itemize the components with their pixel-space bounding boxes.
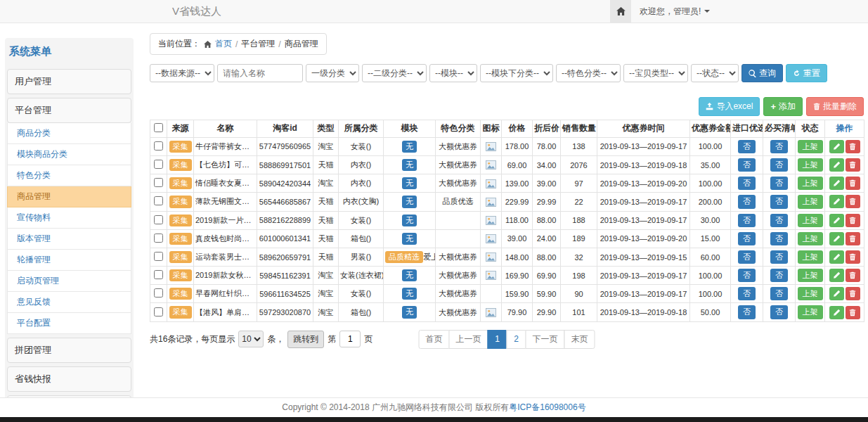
sidebar-item-module-product-category[interactable]: 模块商品分类 — [7, 144, 131, 165]
sidebar-item-saving-express[interactable]: 省钱快报 — [7, 366, 131, 392]
status-button[interactable]: 上架 — [798, 158, 823, 172]
row-checkbox[interactable] — [154, 215, 163, 224]
filter-item-type[interactable]: --宝贝类型-- — [623, 64, 688, 82]
page-button[interactable]: 2 — [507, 330, 526, 349]
page-button[interactable]: 上一页 — [449, 330, 488, 349]
edit-button[interactable] — [829, 269, 844, 282]
edit-button[interactable] — [829, 232, 844, 245]
breadcrumb-home-link[interactable]: 首页 — [215, 38, 232, 50]
row-checkbox[interactable] — [154, 196, 163, 205]
delete-button[interactable] — [846, 177, 860, 190]
page-button[interactable]: 下一页 — [526, 330, 565, 349]
import-select-toggle[interactable]: 否 — [738, 250, 756, 264]
sidebar-item-feedback[interactable]: 意见反馈 — [7, 292, 131, 313]
delete-button[interactable] — [846, 140, 860, 153]
filter-module[interactable]: --模块-- — [429, 64, 477, 82]
status-button[interactable]: 上架 — [798, 232, 823, 245]
import-select-toggle[interactable]: 否 — [738, 158, 756, 172]
home-button[interactable] — [610, 0, 631, 23]
import-select-toggle[interactable]: 否 — [738, 287, 756, 300]
sidebar-item-product-category[interactable]: 商品分类 — [7, 123, 131, 144]
delete-button[interactable] — [846, 214, 860, 227]
sidebar-item-carousel-management[interactable]: 轮播管理 — [7, 250, 131, 271]
must-buy-toggle[interactable]: 否 — [770, 140, 788, 153]
sidebar-item-splash-page-management[interactable]: 启动页管理 — [7, 271, 131, 292]
edit-button[interactable] — [829, 214, 844, 227]
must-buy-toggle[interactable]: 否 — [770, 214, 788, 227]
filter-category-level1[interactable]: 一级分类 — [306, 64, 359, 82]
sidebar-item-platform-management[interactable]: 平台管理 — [7, 98, 131, 123]
delete-button[interactable] — [846, 250, 860, 264]
must-buy-toggle[interactable]: 否 — [770, 287, 788, 300]
delete-button[interactable] — [846, 158, 860, 172]
delete-button[interactable] — [846, 306, 860, 319]
status-button[interactable]: 上架 — [798, 269, 823, 282]
jump-button[interactable]: 跳转到 — [287, 331, 324, 348]
status-button[interactable]: 上架 — [798, 305, 823, 319]
page-button[interactable]: 末页 — [564, 330, 595, 349]
import-select-toggle[interactable]: 否 — [738, 305, 756, 319]
status-button[interactable]: 上架 — [798, 177, 823, 190]
import-select-toggle[interactable]: 否 — [738, 269, 756, 282]
status-button[interactable]: 上架 — [798, 140, 823, 153]
delete-button[interactable] — [846, 232, 860, 245]
row-checkbox[interactable] — [154, 234, 163, 243]
row-checkbox[interactable] — [154, 288, 163, 298]
import-select-toggle[interactable]: 否 — [738, 195, 756, 208]
edit-button[interactable] — [829, 158, 844, 172]
filter-name[interactable] — [217, 64, 303, 82]
edit-button[interactable] — [829, 177, 844, 190]
edit-button[interactable] — [829, 306, 844, 319]
reset-button[interactable]: 重置 — [786, 64, 827, 82]
sidebar-item-promo-material[interactable]: 宣传物料 — [7, 207, 131, 229]
edit-button[interactable] — [829, 140, 844, 153]
sidebar-item-user-management[interactable]: 用户管理 — [7, 69, 131, 94]
row-checkbox[interactable] — [154, 160, 163, 169]
row-checkbox[interactable] — [154, 178, 163, 187]
page-input[interactable] — [339, 331, 361, 347]
status-button[interactable]: 上架 — [798, 250, 823, 264]
must-buy-toggle[interactable]: 否 — [770, 250, 788, 264]
row-checkbox[interactable] — [154, 307, 163, 316]
import-select-toggle[interactable]: 否 — [738, 140, 756, 153]
must-buy-toggle[interactable]: 否 — [770, 158, 788, 172]
status-button[interactable]: 上架 — [798, 287, 823, 300]
filter-data-source[interactable]: --数据来源-- — [150, 64, 214, 82]
status-button[interactable]: 上架 — [798, 214, 823, 227]
batch-delete-button[interactable]: 批量删除 — [806, 97, 864, 115]
status-button[interactable]: 上架 — [798, 195, 823, 208]
select-all-checkbox[interactable] — [154, 123, 163, 132]
edit-button[interactable] — [829, 287, 844, 300]
import-excel-button[interactable]: 导入excel — [699, 97, 760, 115]
filter-featured-category[interactable]: --特色分类-- — [556, 64, 621, 82]
delete-button[interactable] — [846, 269, 860, 282]
must-buy-toggle[interactable]: 否 — [770, 232, 788, 245]
filter-category-level2[interactable]: --二级分类-- — [362, 64, 427, 82]
row-checkbox[interactable] — [154, 252, 163, 261]
must-buy-toggle[interactable]: 否 — [770, 177, 788, 190]
sidebar-item-featured-category[interactable]: 特色分类 — [7, 165, 131, 186]
add-button[interactable]: + 添加 — [763, 97, 803, 115]
delete-button[interactable] — [846, 195, 860, 208]
user-dropdown[interactable]: 欢迎您，管理员! — [631, 0, 718, 23]
row-checkbox[interactable] — [154, 270, 163, 279]
must-buy-toggle[interactable]: 否 — [770, 195, 788, 208]
sidebar-item-platform-config[interactable]: 平台配置 — [7, 313, 131, 334]
page-button[interactable]: 首页 — [419, 330, 450, 349]
edit-button[interactable] — [829, 195, 844, 208]
search-button[interactable]: 查询 — [741, 64, 783, 82]
row-checkbox[interactable] — [154, 141, 163, 151]
must-buy-toggle[interactable]: 否 — [770, 305, 788, 319]
must-buy-toggle[interactable]: 否 — [770, 269, 788, 282]
import-select-toggle[interactable]: 否 — [738, 214, 756, 227]
icp-link[interactable]: 粤ICP备16098006号 — [509, 402, 585, 412]
filter-module-subcategory[interactable]: --模块下分类-- — [480, 64, 553, 82]
filter-status[interactable]: --状态-- — [691, 64, 739, 82]
sidebar-item-version-management[interactable]: 版本管理 — [7, 229, 131, 250]
sidebar-item-product-management[interactable]: 商品管理 — [7, 186, 131, 207]
delete-button[interactable] — [846, 287, 860, 300]
page-button[interactable]: 1 — [488, 330, 507, 349]
per-page-select[interactable]: 10 — [238, 331, 264, 347]
sidebar-item-group-buy-management[interactable]: 拼团管理 — [7, 338, 131, 363]
import-select-toggle[interactable]: 否 — [738, 177, 756, 190]
